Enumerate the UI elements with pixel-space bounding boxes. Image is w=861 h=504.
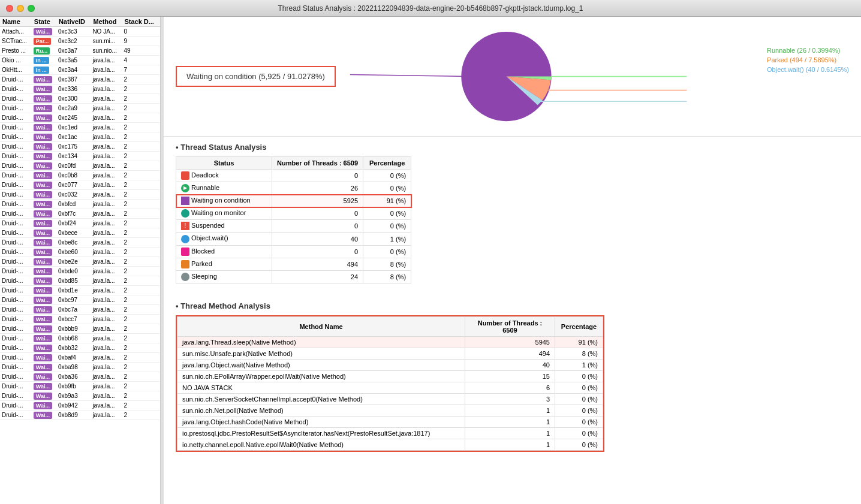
thread-row[interactable]: Druid-... Wai... 0xbece java.la... 2 (0, 228, 160, 238)
status-row[interactable]: Object.wait() 40 1 (%) (176, 233, 411, 245)
thread-row[interactable]: Druid-... Wai... 0xba98 java.la... 2 (0, 363, 160, 372)
thread-row[interactable]: Druid-... Wai... 0xbfcd java.la... 2 (0, 200, 160, 209)
thread-row[interactable]: Druid-... Wai... 0xc387 java.la... 2 (0, 75, 160, 84)
status-threads: 0 (272, 207, 363, 220)
thread-native: 0xc1ed (56, 123, 91, 132)
thread-row[interactable]: Attach... Wai... 0xc3c3 NO JA... 0 (0, 27, 160, 37)
status-name: Blocked (176, 245, 272, 258)
thread-native: 0xbcc7 (56, 315, 91, 324)
method-row[interactable]: java.lang.Thread.sleep(Native Method) 59… (177, 336, 603, 348)
maximize-button[interactable] (28, 5, 35, 12)
status-row[interactable]: Sleeping 24 8 (%) (176, 270, 411, 283)
thread-row[interactable]: Druid-... Wai... 0xc134 java.la... 2 (0, 152, 160, 161)
thread-row[interactable]: Presto ... Ru... 0xc3a7 sun.nio... 49 (0, 46, 160, 56)
method-row[interactable]: sun.misc.Unsafe.park(Native Method) 494 … (177, 348, 603, 359)
method-row[interactable]: sun.nio.ch.Net.poll(Native Method) 1 0 (… (177, 405, 603, 416)
thread-row[interactable]: Druid-... Wai... 0xc336 java.la... 2 (0, 84, 160, 94)
thread-method: java.la... (91, 123, 122, 132)
thread-row[interactable]: SCTrac... Par... 0xc3c2 sun.mi... 9 (0, 37, 160, 46)
thread-row[interactable]: Druid-... Wai... 0xbe8c java.la... 2 (0, 238, 160, 248)
status-row[interactable]: ▶Runnable 26 0 (%) (176, 182, 411, 195)
thread-method: sun.nio... (91, 46, 122, 56)
thread-row[interactable]: Druid-... Wai... 0xb942 java.la... 2 (0, 401, 160, 411)
thread-row[interactable]: Druid-... Wai... 0xc245 java.la... 2 (0, 113, 160, 123)
method-name: io.prestosql.jdbc.PrestoResultSet$AsyncI… (177, 427, 465, 439)
thread-method: java.la... (91, 180, 122, 190)
thread-method: java.la... (91, 411, 122, 420)
thread-row[interactable]: Druid-... Wai... 0xbb68 java.la... 2 (0, 334, 160, 343)
thread-state: Wai... (32, 190, 56, 200)
thread-row[interactable]: Druid-... Wai... 0xbcc7 java.la... 2 (0, 315, 160, 324)
status-pct: 1 (%) (363, 233, 411, 245)
thread-row[interactable]: Druid-... Wai... 0xb8d9 java.la... 2 (0, 411, 160, 420)
thread-native: 0xbaf4 (56, 353, 91, 363)
thread-state: Wai... (32, 209, 56, 219)
thread-native: 0xbde0 (56, 267, 91, 276)
thread-row[interactable]: Druid-... Wai... 0xb9fb java.la... 2 (0, 382, 160, 391)
thread-row[interactable]: Druid-... Wai... 0xbf24 java.la... 2 (0, 219, 160, 228)
thread-row[interactable]: Druid-... Wai... 0xbe2e java.la... 2 (0, 257, 160, 267)
thread-row[interactable]: Druid-... Wai... 0xbd85 java.la... 2 (0, 276, 160, 286)
thread-row[interactable]: Druid-... Wai... 0xbde0 java.la... 2 (0, 267, 160, 276)
thread-row[interactable]: Druid-... Wai... 0xbf7c java.la... 2 (0, 209, 160, 219)
thread-row[interactable]: Druid-... Wai... 0xba36 java.la... 2 (0, 372, 160, 382)
thread-stack: 2 (122, 401, 160, 411)
method-threads: 494 (465, 348, 555, 359)
thread-row[interactable]: Druid-... Wai... 0xbe60 java.la... 2 (0, 248, 160, 257)
status-row[interactable]: Parked 494 8 (%) (176, 258, 411, 270)
thread-state: Wai... (32, 132, 56, 142)
app-window: Thread Status Analysis : 20221122094839-… (0, 0, 861, 504)
minimize-button[interactable] (17, 5, 24, 12)
method-threads: 1 (465, 416, 555, 427)
thread-row[interactable]: Druid-... Wai... 0xb9a3 java.la... 2 (0, 391, 160, 401)
thread-row[interactable]: Druid-... Wai... 0xbd1e java.la... 2 (0, 286, 160, 295)
thread-list-panel[interactable]: Name State NativeID Method Stack D... At… (0, 17, 161, 504)
thread-row[interactable]: Druid-... Wai... 0xc1ac java.la... 2 (0, 132, 160, 142)
thread-name: Druid-... (0, 257, 32, 267)
thread-row[interactable]: Druid-... Wai... 0xc175 java.la... 2 (0, 142, 160, 152)
thread-name: Druid-... (0, 372, 32, 382)
method-row[interactable]: NO JAVA STACK 6 0 (%) (177, 382, 603, 393)
thread-row[interactable]: Druid-... Wai... 0xc032 java.la... 2 (0, 190, 160, 200)
thread-row[interactable]: OkHtt... In ... 0xc3a4 java.la... 7 (0, 65, 160, 75)
thread-row[interactable]: Druid-... Wai... 0xc2a9 java.la... 2 (0, 104, 160, 113)
method-row[interactable]: io.netty.channel.epoll.Native.epollWait0… (177, 439, 603, 450)
thread-stack: 0 (122, 27, 160, 37)
method-pct: 0 (%) (555, 405, 603, 416)
status-row[interactable]: Waiting on monitor 0 0 (%) (176, 207, 411, 220)
thread-native: 0xb942 (56, 401, 91, 411)
thread-row[interactable]: Druid-... Wai... 0xbc97 java.la... 2 (0, 295, 160, 305)
status-row[interactable]: Deadlock 0 0 (%) (176, 170, 411, 182)
method-row[interactable]: java.lang.Object.hashCode(Native Method)… (177, 416, 603, 427)
thread-stack: 2 (122, 94, 160, 104)
thread-row[interactable]: Okio ... In ... 0xc3a5 java.la... 4 (0, 56, 160, 65)
status-row[interactable]: !Suspended 0 0 (%) (176, 220, 411, 233)
thread-method: java.la... (91, 171, 122, 180)
thread-row[interactable]: Druid-... Wai... 0xc300 java.la... 2 (0, 94, 160, 104)
method-row[interactable]: sun.nio.ch.EPollArrayWrapper.epollWait(N… (177, 370, 603, 382)
thread-name: Druid-... (0, 382, 32, 391)
thread-stack: 2 (122, 209, 160, 219)
thread-row[interactable]: Druid-... Wai... 0xc1ed java.la... 2 (0, 123, 160, 132)
thread-name: Druid-... (0, 180, 32, 190)
method-row[interactable]: sun.nio.ch.ServerSocketChannelImpl.accep… (177, 393, 603, 405)
thread-row[interactable]: Druid-... Wai... 0xbbb9 java.la... 2 (0, 324, 160, 334)
thread-row[interactable]: Druid-... Wai... 0xbaf4 java.la... 2 (0, 353, 160, 363)
thread-row[interactable]: Druid-... Wai... 0xc0b8 java.la... 2 (0, 171, 160, 180)
status-row[interactable]: Blocked 0 0 (%) (176, 245, 411, 258)
method-row[interactable]: io.prestosql.jdbc.PrestoResultSet$AsyncI… (177, 427, 603, 439)
status-threads: 26 (272, 182, 363, 195)
thread-row[interactable]: Druid-... Wai... 0xbb32 java.la... 2 (0, 343, 160, 353)
method-row[interactable]: java.lang.Object.wait(Native Method) 40 … (177, 359, 603, 370)
status-row[interactable]: Waiting on condition 5925 91 (%) (176, 195, 411, 207)
status-pct: 0 (%) (363, 220, 411, 233)
main-content: Name State NativeID Method Stack D... At… (0, 17, 861, 504)
thread-row[interactable]: Druid-... Wai... 0xc0fd java.la... 2 (0, 161, 160, 171)
thread-row[interactable]: Druid-... Wai... 0xc077 java.la... 2 (0, 180, 160, 190)
thread-state: Wai... (32, 295, 56, 305)
thread-row[interactable]: Druid-... Wai... 0xbc7a java.la... 2 (0, 305, 160, 315)
thread-state: Wai... (32, 286, 56, 295)
analysis-panel[interactable]: Waiting on condition (5,925 / 91.0278%) (164, 17, 861, 504)
close-button[interactable] (6, 5, 13, 12)
threads-col-header: Number of Threads : 6509 (272, 157, 363, 170)
